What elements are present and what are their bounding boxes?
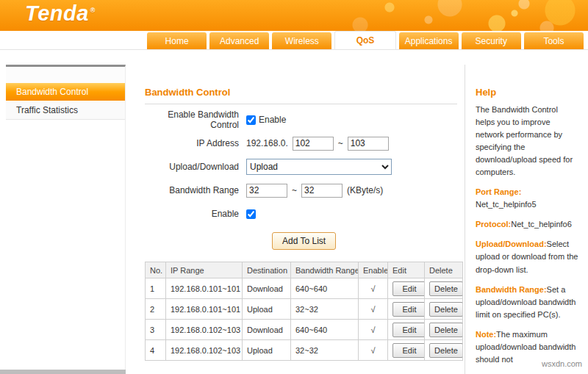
help-label-protocol: Protocol: bbox=[476, 220, 511, 229]
help-panel: Help The Bandwidth Control helps you to … bbox=[465, 65, 588, 374]
rule-enable-label: Enable bbox=[145, 209, 239, 219]
help-section-port-range: Port Range:Net_tc_helpinfo5 bbox=[476, 186, 579, 211]
table-header-row: No. IP Range Destination Bandwidth Range… bbox=[146, 262, 463, 278]
cell-no: 2 bbox=[146, 299, 166, 320]
main-nav: Home Advanced Wireless QoS Applications … bbox=[0, 31, 588, 50]
cell-ip-range: 192.168.0.101~101 bbox=[166, 278, 243, 299]
tab-wireless[interactable]: Wireless bbox=[272, 32, 331, 49]
bandwidth-range-row: Bandwidth Range ~ (KByte/s) bbox=[145, 182, 457, 198]
logo-text: Tenda bbox=[25, 1, 89, 25]
tab-home[interactable]: Home bbox=[147, 32, 207, 49]
title-divider bbox=[145, 104, 457, 104]
bandwidth-unit-label: (KByte/s) bbox=[347, 185, 383, 195]
cell-destination: Upload bbox=[243, 340, 291, 361]
cell-enable-check: √ bbox=[359, 320, 388, 340]
registered-mark: ® bbox=[90, 7, 96, 14]
enable-bandwidth-control-controls: Enable bbox=[246, 115, 286, 125]
sidebar-top-spacer bbox=[6, 67, 125, 83]
help-label-bandwidth-range: Bandwidth Range: bbox=[476, 285, 547, 294]
col-edit: Edit bbox=[388, 262, 425, 278]
tab-tools[interactable]: Tools bbox=[524, 32, 584, 49]
table-row: 1 192.168.0.101~101 Download 640~640 √ E… bbox=[146, 278, 463, 299]
add-to-list-row: Add To List bbox=[145, 232, 457, 251]
col-destination: Destination bbox=[243, 262, 291, 278]
upload-download-select[interactable]: Upload bbox=[246, 159, 392, 175]
bandwidth-min-input[interactable] bbox=[246, 184, 287, 198]
cell-bandwidth: 640~640 bbox=[291, 320, 359, 340]
bandwidth-rules-table: No. IP Range Destination Bandwidth Range… bbox=[145, 262, 463, 361]
help-label-port-range: Port Range: bbox=[476, 186, 579, 198]
tab-security[interactable]: Security bbox=[462, 32, 521, 49]
range-separator: ~ bbox=[338, 138, 343, 148]
delete-button[interactable]: Delete bbox=[429, 323, 463, 337]
col-delete: Delete bbox=[425, 262, 463, 278]
cell-bandwidth: 32~32 bbox=[291, 340, 359, 361]
cell-ip-range: 192.168.0.101~101 bbox=[166, 299, 243, 320]
tab-qos[interactable]: QoS bbox=[334, 31, 395, 49]
upload-download-label: Upload/Download bbox=[145, 162, 239, 172]
col-enable: Enable bbox=[359, 262, 388, 278]
edit-button[interactable]: Edit bbox=[392, 343, 425, 358]
main-content: Bandwidth Control Enable Bandwidth Contr… bbox=[126, 65, 465, 374]
tab-advanced[interactable]: Advanced bbox=[209, 32, 269, 49]
range-separator: ~ bbox=[292, 185, 297, 195]
bandwidth-max-input[interactable] bbox=[301, 184, 343, 198]
cell-destination: Download bbox=[243, 320, 291, 340]
sidebar: Bandwidth Control Traffic Statistics bbox=[6, 65, 126, 374]
delete-button[interactable]: Delete bbox=[429, 281, 463, 296]
sidebar-item-traffic-statistics[interactable]: Traffic Statistics bbox=[6, 101, 125, 120]
rule-enable-row: Enable bbox=[145, 206, 457, 222]
cell-bandwidth: 32~32 bbox=[291, 299, 359, 320]
enable-bandwidth-control-row: Enable Bandwidth Control Enable bbox=[145, 112, 457, 128]
enable-bandwidth-control-checkbox[interactable] bbox=[246, 115, 256, 125]
delete-button[interactable]: Delete bbox=[429, 302, 463, 317]
delete-button[interactable]: Delete bbox=[429, 343, 463, 358]
ip-address-controls: 192.168.0. ~ bbox=[246, 137, 389, 151]
help-section-protocol: Protocol:Net_tc_helpinfo6 bbox=[476, 218, 579, 231]
cell-enable-check: √ bbox=[359, 299, 388, 320]
tenda-logo: Tenda® bbox=[25, 1, 96, 26]
edit-button[interactable]: Edit bbox=[392, 323, 425, 337]
col-no: No. bbox=[146, 262, 166, 278]
edit-button[interactable]: Edit bbox=[392, 281, 425, 296]
ip-prefix: 192.168.0. bbox=[246, 138, 288, 148]
rule-enable-checkbox[interactable] bbox=[246, 209, 256, 219]
sidebar-item-bandwidth-control[interactable]: Bandwidth Control bbox=[6, 83, 125, 101]
add-to-list-button[interactable]: Add To List bbox=[272, 232, 336, 250]
col-ip-range: IP Range bbox=[166, 262, 243, 278]
cell-bandwidth: 640~640 bbox=[291, 278, 359, 299]
sidebar-bottom-bar bbox=[0, 370, 126, 374]
ip-address-row: IP Address 192.168.0. ~ bbox=[145, 135, 457, 151]
table-row: 4 192.168.0.102~103 Upload 32~32 √ Edit … bbox=[146, 340, 463, 361]
upload-download-row: Upload/Download Upload bbox=[145, 159, 457, 175]
content-area: Bandwidth Control Traffic Statistics Ban… bbox=[0, 50, 588, 374]
cell-enable-check: √ bbox=[359, 278, 388, 299]
cell-destination: Download bbox=[243, 278, 291, 299]
help-section-bandwidth-range: Bandwidth Range:Set a upload/download ba… bbox=[476, 284, 579, 321]
help-title: Help bbox=[476, 87, 579, 98]
help-text-protocol: Net_tc_helpinfo6 bbox=[511, 220, 572, 229]
help-text-port-range: Net_tc_helpinfo5 bbox=[476, 200, 537, 209]
help-label-upload-download: Upload/Download: bbox=[476, 240, 547, 248]
cell-no: 1 bbox=[146, 278, 166, 299]
ip-start-input[interactable] bbox=[293, 137, 334, 151]
help-intro: The Bandwidth Control helps you to impro… bbox=[476, 104, 579, 179]
cell-no: 3 bbox=[146, 320, 166, 340]
router-admin-page: Tenda® Home Advanced Wireless QoS Applic… bbox=[0, 0, 588, 374]
cell-ip-range: 192.168.0.102~103 bbox=[166, 340, 243, 361]
bandwidth-range-label: Bandwidth Range bbox=[145, 185, 239, 195]
table-row: 3 192.168.0.102~103 Download 640~640 √ E… bbox=[146, 320, 463, 340]
enable-bandwidth-control-label: Enable Bandwidth Control bbox=[145, 109, 239, 130]
col-bandwidth-range: Bandwidth Range bbox=[291, 262, 359, 278]
tab-applications[interactable]: Applications bbox=[399, 32, 459, 49]
enable-checkbox-label: Enable bbox=[259, 115, 286, 125]
help-section-upload-download: Upload/Download:Select upload or downloa… bbox=[476, 238, 579, 276]
ip-end-input[interactable] bbox=[348, 137, 389, 151]
cell-no: 4 bbox=[146, 340, 166, 361]
edit-button[interactable]: Edit bbox=[392, 302, 425, 317]
table-row: 2 192.168.0.101~101 Upload 32~32 √ Edit … bbox=[146, 299, 463, 320]
cell-ip-range: 192.168.0.102~103 bbox=[166, 320, 243, 340]
watermark: wsxdn.com bbox=[542, 359, 582, 368]
rule-enable-controls bbox=[246, 209, 256, 219]
cell-destination: Upload bbox=[243, 299, 291, 320]
